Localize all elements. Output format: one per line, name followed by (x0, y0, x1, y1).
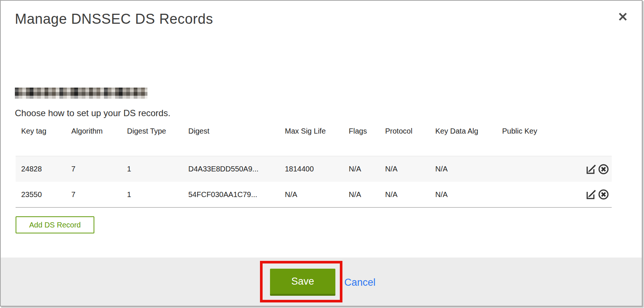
manage-dnssec-dialog: Manage DNSSEC DS Records Choose how to s… (0, 0, 643, 307)
cell-protocol: N/A (385, 165, 435, 173)
header-protocol: Protocol (385, 127, 435, 135)
cell-digest: 54FCF030AA1C79... (188, 190, 285, 199)
save-button[interactable]: Save (270, 269, 335, 296)
cell-flags: N/A (349, 190, 385, 199)
cell-key-data-alg: N/A (435, 190, 502, 199)
edit-record-icon[interactable] (585, 189, 597, 200)
header-key-tag: Key tag (21, 127, 71, 135)
header-digest-type: Digest Type (127, 127, 188, 135)
header-digest: Digest (188, 127, 285, 135)
table-row: 24828 7 1 D4A33E8DD550A9... 1814400 N/A … (16, 156, 612, 182)
cell-key-tag: 24828 (21, 165, 71, 173)
ds-records-table: Key tag Algorithm Digest Type Digest Max… (16, 125, 612, 208)
cell-algorithm: 7 (71, 190, 127, 199)
header-algorithm: Algorithm (71, 127, 127, 135)
edit-record-icon[interactable] (585, 163, 597, 175)
dialog-subtitle: Choose how to set up your DS records. (15, 108, 170, 118)
cancel-link[interactable]: Cancel (344, 277, 375, 288)
cell-digest-type: 1 (127, 190, 188, 199)
domain-name-redacted (15, 88, 147, 99)
cell-max-sig-life: N/A (285, 190, 349, 199)
cell-algorithm: 7 (71, 165, 127, 173)
dialog-title: Manage DNSSEC DS Records (15, 11, 213, 27)
header-public-key: Public Key (502, 127, 562, 135)
save-highlight-annotation: Save (260, 261, 342, 302)
close-button[interactable] (617, 10, 629, 23)
delete-record-icon[interactable] (598, 189, 609, 200)
header-max-sig-life: Max Sig Life (285, 127, 349, 135)
cell-flags: N/A (349, 165, 385, 173)
cell-key-data-alg: N/A (435, 165, 502, 173)
cell-max-sig-life: 1814400 (285, 165, 349, 173)
add-ds-record-button[interactable]: Add DS Record (16, 216, 94, 233)
cell-digest-type: 1 (127, 165, 188, 173)
cell-digest: D4A33E8DD550A9... (188, 165, 285, 173)
cell-key-tag: 23550 (21, 190, 71, 199)
table-row: 23550 7 1 54FCF030AA1C79... N/A N/A N/A … (16, 182, 612, 208)
header-flags: Flags (349, 127, 385, 135)
close-icon (617, 10, 629, 23)
header-key-data-alg: Key Data Alg (435, 127, 502, 135)
cell-protocol: N/A (385, 190, 435, 199)
delete-record-icon[interactable] (598, 163, 609, 175)
table-header-row: Key tag Algorithm Digest Type Digest Max… (16, 125, 612, 156)
